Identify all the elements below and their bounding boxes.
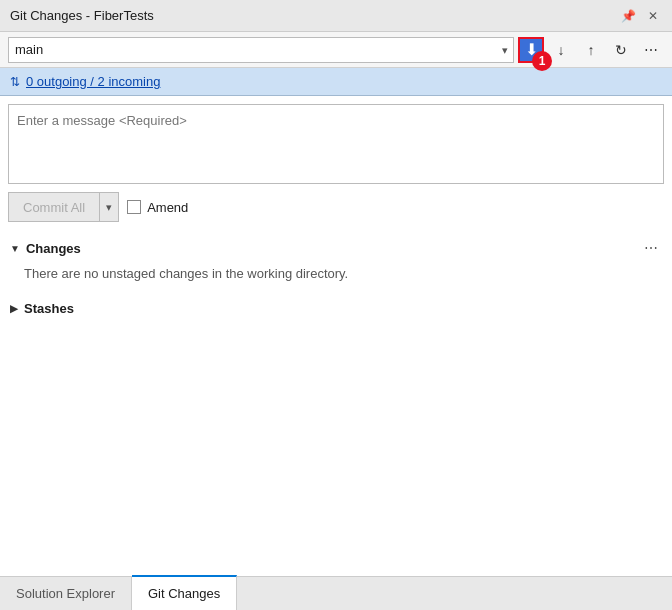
branch-select[interactable]: main — [8, 37, 514, 63]
pull-button[interactable]: ↓ — [548, 37, 574, 63]
stashes-section-header[interactable]: ▶ Stashes — [8, 297, 664, 320]
commit-row: Commit All ▾ Amend — [8, 192, 664, 222]
amend-checkbox[interactable] — [127, 200, 141, 214]
main-content: Commit All ▾ Amend ▼ Changes ⋯ There are… — [0, 96, 672, 576]
changes-section-header[interactable]: ▼ Changes ⋯ — [8, 234, 664, 262]
amend-label: Amend — [147, 200, 188, 215]
toolbar: main ⬇ 1 ↓ ↑ ↻ ⋯ — [0, 32, 672, 68]
title-bar-left: Git Changes - FiberTests — [10, 8, 154, 23]
more-toolbar-button[interactable]: ⋯ — [638, 37, 664, 63]
changes-section-title-group: ▼ Changes — [10, 241, 81, 256]
changes-collapse-arrow: ▼ — [10, 243, 20, 254]
window-title: Git Changes - FiberTests — [10, 8, 154, 23]
tab-git-changes[interactable]: Git Changes — [132, 575, 237, 610]
sync-status-icon: ⇅ — [10, 75, 20, 89]
tab-bar: Solution Explorer Git Changes — [0, 576, 672, 610]
amend-group: Amend — [127, 200, 188, 215]
stashes-expand-arrow: ▶ — [10, 303, 18, 314]
branch-selector-wrapper: main — [8, 37, 514, 63]
sync-button[interactable]: ⬇ — [518, 37, 544, 63]
changes-more-button[interactable]: ⋯ — [640, 238, 662, 258]
commit-all-group: Commit All ▾ — [8, 192, 119, 222]
refresh-button[interactable]: ↻ — [608, 37, 634, 63]
title-bar: Git Changes - FiberTests 📌 ✕ — [0, 0, 672, 32]
changes-empty-message: There are no unstaged changes in the wor… — [8, 262, 664, 285]
changes-section: ▼ Changes ⋯ There are no unstaged change… — [8, 234, 664, 285]
sync-btn-container: ⬇ 1 — [518, 37, 544, 63]
stashes-section: ▶ Stashes — [8, 297, 664, 320]
stashes-section-title: Stashes — [24, 301, 74, 316]
commit-all-button[interactable]: Commit All — [9, 193, 99, 221]
stashes-section-title-group: ▶ Stashes — [10, 301, 74, 316]
sync-bar: ⇅ 0 outgoing / 2 incoming — [0, 68, 672, 96]
sync-status-link[interactable]: 0 outgoing / 2 incoming — [26, 74, 160, 89]
pin-button[interactable]: 📌 — [617, 7, 640, 25]
tab-solution-explorer[interactable]: Solution Explorer — [0, 577, 132, 610]
close-button[interactable]: ✕ — [644, 7, 662, 25]
push-button[interactable]: ↑ — [578, 37, 604, 63]
commit-message-input[interactable] — [8, 104, 664, 184]
title-controls: 📌 ✕ — [617, 7, 662, 25]
commit-dropdown-button[interactable]: ▾ — [99, 193, 118, 221]
changes-section-title: Changes — [26, 241, 81, 256]
